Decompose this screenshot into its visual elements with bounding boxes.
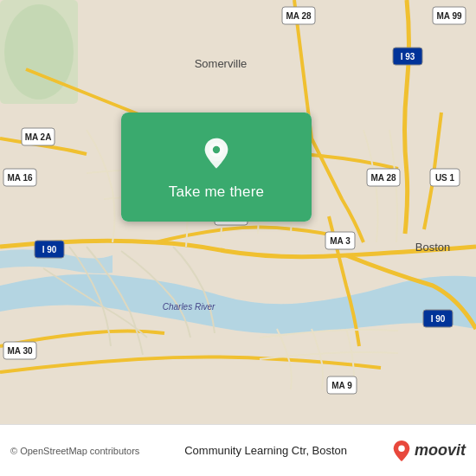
take-me-there-overlay: Take me there <box>121 113 312 222</box>
svg-text:MA 28: MA 28 <box>286 11 312 21</box>
map-container: MA 99 MA 28 I 93 MA 2A MA 16 MA 28 US 1 … <box>0 0 476 424</box>
svg-point-35 <box>398 445 404 451</box>
svg-text:I 93: I 93 <box>401 52 415 61</box>
svg-text:MA 99: MA 99 <box>436 11 462 21</box>
moovit-logo: moovit <box>392 440 466 462</box>
svg-text:MA 3: MA 3 <box>330 236 351 246</box>
svg-text:US 1: US 1 <box>435 173 455 183</box>
svg-text:I 90: I 90 <box>431 314 446 324</box>
svg-text:Somerville: Somerville <box>195 57 248 70</box>
svg-text:Boston: Boston <box>415 241 450 254</box>
svg-text:MA 30: MA 30 <box>7 346 33 356</box>
footer-bar: © OpenStreetMap contributors Community L… <box>0 424 476 476</box>
svg-text:MA 28: MA 28 <box>370 173 396 183</box>
svg-text:MA 2A: MA 2A <box>25 132 52 142</box>
take-me-there-button[interactable]: Take me there <box>169 180 264 204</box>
location-label: Community Learning Ctr, Boston <box>139 444 392 457</box>
svg-text:MA 9: MA 9 <box>331 381 352 390</box>
location-pin-icon <box>199 137 234 171</box>
moovit-brand-text: moovit <box>415 441 466 460</box>
svg-text:MA 16: MA 16 <box>7 173 33 183</box>
svg-text:Charles River: Charles River <box>163 302 215 312</box>
svg-text:I 90: I 90 <box>42 245 57 254</box>
moovit-pin-icon <box>392 440 411 462</box>
copyright-text: © OpenStreetMap contributors <box>10 446 139 456</box>
svg-point-34 <box>213 146 220 153</box>
green-header: Take me there <box>121 113 312 222</box>
